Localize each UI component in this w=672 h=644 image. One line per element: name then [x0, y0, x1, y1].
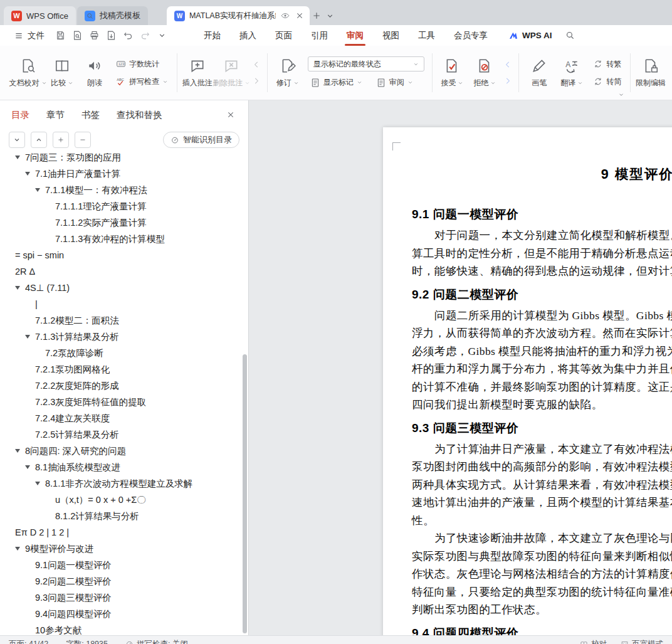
redo-button[interactable]: [137, 28, 153, 43]
menu-tab-home[interactable]: 开始: [194, 25, 230, 46]
collapse-triangle-icon[interactable]: [15, 286, 25, 290]
document-canvas[interactable]: 9 模型评价与改进9.1 问题一模型评价对于问题一，本文分别建立简化模型和解析模…: [249, 100, 672, 635]
menu-tab-page[interactable]: 页面: [266, 25, 302, 46]
print-preview-button[interactable]: [70, 28, 85, 43]
menu-tab-reference[interactable]: 引用: [302, 25, 337, 46]
file-menu-button[interactable]: 文件: [6, 28, 52, 44]
search-button[interactable]: [562, 28, 578, 43]
outline-item[interactable]: 7.2.2灰度矩阵的形成: [0, 377, 248, 394]
demote-button[interactable]: [75, 132, 91, 148]
wps-ai-button[interactable]: WPS AI: [508, 31, 552, 41]
outline-item[interactable]: 2R Δ: [0, 263, 248, 280]
menu-tab-tools[interactable]: 工具: [409, 25, 444, 46]
collapse-all-button[interactable]: [31, 132, 47, 148]
undo-button[interactable]: [120, 28, 136, 43]
tab-document[interactable]: W MATLAB实现有杆抽油系统的: [167, 6, 310, 25]
quick-access-chevron[interactable]: [154, 28, 170, 43]
collapse-triangle-icon[interactable]: [35, 482, 45, 485]
outline-item[interactable]: 7.2泵故障诊断: [0, 345, 248, 361]
accept-button[interactable]: 接受: [436, 50, 468, 96]
page-width-mode-button[interactable]: 页宽模式: [621, 639, 663, 644]
review-options-button[interactable]: 审阅: [374, 76, 416, 89]
markup-state-select[interactable]: 显示标记的最终状态: [308, 56, 424, 71]
eye-icon[interactable]: [280, 11, 290, 21]
menu-tab-insert[interactable]: 插入: [230, 25, 266, 46]
outline-item[interactable]: 10参考文献: [0, 622, 248, 635]
outline-item[interactable]: 9.1问题一模型评价: [0, 557, 248, 573]
outline-item[interactable]: 7.1.1.2实际产液量计算: [0, 214, 248, 231]
page-indicator[interactable]: 页面: 41/42: [9, 639, 48, 644]
word-count-button[interactable]: 字数统计: [113, 58, 171, 71]
spell-check-button[interactable]: 拼写检查: [113, 75, 171, 88]
collapse-triangle-icon[interactable]: [25, 172, 35, 176]
outline-item[interactable]: 7.1.1模型一：有效冲程法: [0, 182, 248, 198]
collapse-triangle-icon[interactable]: [35, 188, 45, 192]
outline-item[interactable]: 7.2.5计算结果及分析: [0, 426, 248, 443]
outline-item[interactable]: 7问题三：泵功图的应用: [0, 153, 248, 166]
panel-tab-find-replace[interactable]: 查找和替换: [117, 109, 162, 121]
smart-toc-button[interactable]: 智能识别目录: [163, 132, 239, 148]
outline-item[interactable]: 7.1.1.3有效冲程的计算模型: [0, 231, 248, 247]
prev-change-button[interactable]: [501, 58, 515, 71]
insert-comment-button[interactable]: 插入批注: [181, 50, 214, 96]
outline-item[interactable]: 9.4问题四模型评价: [0, 606, 248, 622]
panel-tab-bookmarks[interactable]: 书签: [81, 109, 100, 121]
proofread-button[interactable]: 校对: [580, 639, 607, 644]
save-button[interactable]: [53, 28, 68, 43]
promote-button[interactable]: [53, 132, 69, 148]
delete-comment-button[interactable]: 删除批注: [214, 50, 249, 96]
collapse-triangle-icon[interactable]: [25, 465, 35, 469]
next-change-button[interactable]: [501, 75, 515, 87]
outline-item[interactable]: u（x,t）= 0 x + 0 +Σ〇: [0, 492, 248, 508]
export-pdf-button[interactable]: [103, 28, 119, 43]
outline-item[interactable]: 4S⊥ (7.11): [0, 280, 248, 296]
new-tab-button[interactable]: [310, 9, 323, 23]
outline-item[interactable]: 8.1.2计算结果与分析: [0, 508, 248, 524]
collapse-triangle-icon[interactable]: [25, 335, 35, 339]
pen-button[interactable]: 画笔: [523, 50, 555, 96]
outline-item[interactable]: 7.1油井日产液量计算: [0, 166, 248, 182]
tab-list-chevron[interactable]: [323, 9, 337, 23]
outline-item[interactable]: 7.1.2模型二：面积法: [0, 312, 248, 329]
expand-all-button[interactable]: [9, 132, 25, 148]
prev-comment-button[interactable]: [249, 58, 263, 71]
outline-item[interactable]: 7.1.1.1理论产液量计算: [0, 198, 248, 214]
panel-close-button[interactable]: [224, 108, 237, 121]
ribbon-more-chevron[interactable]: [617, 92, 626, 98]
outline-item[interactable]: 7.1.3计算结果及分析: [0, 329, 248, 345]
outline-item[interactable]: 9.2问题二模型评价: [0, 573, 248, 589]
outline-item[interactable]: 8问题四: 深入研究的问题: [0, 443, 248, 459]
outline-item[interactable]: 9模型评价与改进: [0, 541, 248, 557]
print-button[interactable]: [87, 28, 102, 43]
outline-item[interactable]: Eπ D 2 | 1 2 |: [0, 524, 248, 541]
doc-proof-button[interactable]: 文档校对: [10, 50, 46, 96]
outline-item[interactable]: 8.1抽油系统模型改进: [0, 459, 248, 475]
next-comment-button[interactable]: [249, 75, 263, 87]
show-markup-button[interactable]: 显示标记: [308, 76, 365, 89]
panel-tab-toc[interactable]: 目录: [11, 109, 29, 121]
outline-item[interactable]: |: [0, 296, 248, 312]
outline-item[interactable]: 9.3问题三模型评价: [0, 589, 248, 606]
outline-item[interactable]: 8.1.1非齐次波动方程模型建立及求解: [0, 475, 248, 492]
panel-scrollbar[interactable]: [243, 354, 247, 633]
track-changes-button[interactable]: 修订: [271, 50, 304, 96]
close-tab-icon[interactable]: [295, 11, 305, 21]
collapse-triangle-icon[interactable]: [15, 547, 25, 551]
reject-button[interactable]: 拒绝: [468, 50, 501, 96]
restrict-edit-button[interactable]: 限制编辑: [634, 50, 667, 96]
spell-check-indicator[interactable]: 拼写检查: 关闭: [125, 639, 188, 644]
outline-item[interactable]: 7.2.3灰度矩阵特征值的提取: [0, 394, 248, 410]
menu-tab-view[interactable]: 视图: [373, 25, 409, 46]
outline-item[interactable]: 7.2.4建立灰关联度: [0, 410, 248, 426]
outline-item[interactable]: = spi − smin: [0, 247, 248, 263]
to-traditional-button[interactable]: 转繁: [591, 58, 624, 71]
tab-wps-office[interactable]: W WPS Office: [4, 6, 76, 25]
panel-tab-chapters[interactable]: 章节: [46, 109, 65, 121]
to-simplified-button[interactable]: 转简: [591, 75, 624, 88]
menu-tab-review[interactable]: 审阅: [337, 25, 373, 46]
document-page[interactable]: 9 模型评价与改进9.1 问题一模型评价对于问题一，本文分别建立简化模型和解析模…: [383, 127, 672, 635]
outline-item[interactable]: 7.2.1泵功图网格化: [0, 361, 248, 377]
tab-template-store[interactable]: 找稿壳模板: [77, 6, 148, 25]
collapse-triangle-icon[interactable]: [15, 156, 25, 159]
menu-tab-member[interactable]: 会员专享: [444, 25, 497, 46]
